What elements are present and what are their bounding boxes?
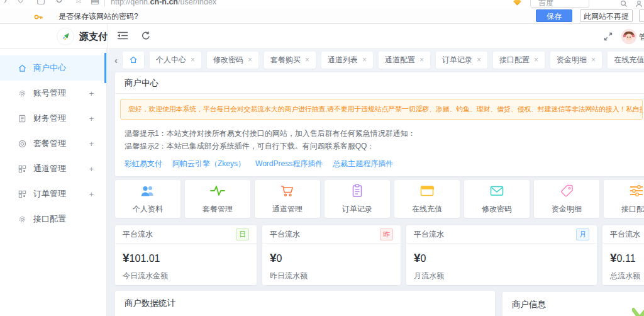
link-rainbow-epay[interactable]: 彩虹易支付 [125, 159, 162, 169]
quick-card-change-password[interactable]: 修改密码 [464, 180, 530, 218]
close-icon[interactable]: × [419, 56, 424, 64]
app-header: 源支付 管 [0, 24, 644, 49]
sidebar-item-label: 账号管理 [33, 87, 66, 99]
stat-label: 昨日流水额 [262, 265, 401, 281]
forward-icon[interactable]: › [4, 0, 7, 5]
quick-card-orders[interactable]: 订单记录 [325, 180, 390, 218]
quick-card-package[interactable]: 套餐管理 [185, 180, 250, 218]
save-password-button[interactable]: 保存 [536, 9, 572, 22]
browser-toolbar: › ○ ▢ ↺ ☆ ▤ http://qehh.ch-h.ch/user/ind… [0, 0, 644, 9]
quick-card-api-config[interactable]: 接口配置 [604, 180, 644, 218]
link-wordpress-plugin[interactable]: WordPress程序插件 [255, 159, 323, 169]
sidebar-item-order[interactable]: 订单管理 + [0, 181, 106, 206]
quick-card-label: 在线充值 [412, 204, 442, 215]
stat-card-yesterday: 平台流水 昨 ¥0 昨日流水额 [262, 225, 401, 285]
tabs-scroll-left-icon[interactable]: ‹ [114, 55, 118, 65]
close-icon[interactable]: × [305, 56, 309, 64]
sidebar-item-label: 套餐管理 [33, 138, 66, 149]
extension-diamond-icon[interactable] [513, 0, 521, 6]
tab-package-purchase[interactable]: 套餐购买× [264, 52, 316, 69]
quick-card-channel[interactable]: 通道管理 [255, 180, 320, 218]
sidebar-item-channel[interactable]: 通道管理 + [0, 156, 106, 181]
tag-icon [558, 184, 575, 200]
close-icon[interactable]: × [248, 56, 252, 64]
quick-card-recharge[interactable]: 在线充值 [394, 180, 460, 218]
clipped-button[interactable] [639, 9, 644, 22]
tab-order-record[interactable]: 订单记录× [436, 52, 487, 69]
tips-block: 温馨提示1：本站支持对接所有易支付接口的网站，加入售后群有任何紧急情况群通知： … [115, 120, 644, 152]
fullscreen-icon[interactable] [604, 32, 613, 43]
tab-label: 接口配置 [499, 55, 530, 65]
close-icon[interactable]: × [362, 56, 367, 64]
link-apayun-zkeys[interactable]: 阿帕云引擎（Zkeys） [172, 159, 245, 169]
avatar[interactable] [621, 29, 636, 44]
key-icon [34, 12, 43, 23]
sidebar-item-package[interactable]: 套餐管理 + [0, 131, 106, 156]
gear-icon [18, 89, 27, 98]
grid-icon [18, 189, 27, 199]
plugin-links: 彩虹易支付 阿帕云引擎（Zkeys） WordPress程序插件 总裁主题程序插… [115, 152, 644, 169]
merchant-center-panel: 商户中心 您好，欢迎使用本系统，平台每日会对交易流水大的商户进行抽查,请不要用于… [115, 72, 644, 176]
sidebar-item-account[interactable]: 账号管理 + [0, 81, 106, 106]
home-icon [18, 64, 27, 73]
expand-plus: + [89, 139, 106, 149]
status-badge: 月 [576, 229, 589, 240]
users-icon [140, 184, 156, 200]
tab-home[interactable] [123, 52, 144, 69]
panel-title: 商户中心 [115, 72, 644, 94]
tab-api-config[interactable]: 接口配置× [493, 52, 545, 69]
profile-icon[interactable] [635, 0, 643, 9]
app-title: 源支付 [79, 31, 108, 43]
logo-area[interactable]: 源支付 [0, 24, 108, 48]
stat-value: ¥0 [406, 244, 597, 265]
pulse-icon [209, 184, 226, 200]
close-icon[interactable]: × [477, 56, 481, 64]
tip-line: 温馨提示2：本站已集成部分系统插件，可自行下载。有问题联系客服QQ： [125, 140, 644, 152]
main-content: 商户中心 您好，欢迎使用本系统，平台每日会对交易流水大的商户进行抽查,请不要用于… [107, 71, 644, 316]
tab-change-password[interactable]: 修改密码× [207, 52, 258, 69]
close-icon[interactable]: × [191, 56, 195, 64]
tab-channel-list[interactable]: 通道列表× [321, 52, 373, 69]
stat-card-total: 平台流水 ¥0.11 总流水额 [602, 225, 644, 285]
stat-title: 平台流水 [414, 229, 444, 240]
close-icon[interactable]: × [534, 56, 538, 64]
menu-fold-icon[interactable] [117, 31, 128, 43]
quick-card-profile[interactable]: 个人资料 [115, 180, 180, 218]
stop-icon[interactable]: ▢ [36, 0, 45, 6]
merchant-info-panel: 商户信息 [502, 292, 644, 316]
sidebar-item-finance[interactable]: 财务管理 + [0, 106, 106, 131]
warning-alert: 您好，欢迎使用本系统，平台每日会对交易流水大的商户进行抽查,请不要用于违规站点严… [120, 99, 643, 120]
never-prompt-button[interactable]: 此网站不再提示 [580, 9, 633, 22]
sidebar-item-label: 通道管理 [33, 163, 66, 174]
tab-personal-center[interactable]: 个人中心× [150, 52, 201, 69]
link-ceo-theme-plugin[interactable]: 总裁主题程序插件 [333, 159, 393, 169]
username-label[interactable]: 管 [639, 32, 644, 43]
close-icon[interactable]: × [591, 56, 596, 64]
save-password-message: 是否保存该网站的密码? [58, 11, 138, 22]
sidebar-item-merchant-center[interactable]: 商户中心 [0, 55, 106, 81]
quick-card-label: 个人资料 [133, 204, 163, 215]
search-engine-label[interactable]: 百度 [538, 0, 553, 9]
rocket-icon [57, 28, 74, 45]
history-icon[interactable]: ↺ [55, 0, 64, 6]
expand-plus: + [89, 114, 106, 123]
tab-channel-config[interactable]: 通道配置× [379, 52, 430, 69]
quick-card-label: 通道管理 [272, 204, 303, 215]
search-icon[interactable] [620, 0, 628, 9]
stat-card-month: 平台流水 月 ¥0 月流水额 [406, 225, 597, 285]
panel-title: 商户信息 [502, 292, 644, 316]
tab-label: 通道配置 [385, 55, 415, 65]
tab-label: 套餐购买 [270, 55, 301, 65]
sidebar-item-api-config[interactable]: 接口配置 [0, 206, 106, 232]
page-icon[interactable]: ▤ [91, 0, 99, 6]
tab-online-recharge[interactable]: 在线充值× [608, 52, 644, 69]
tab-fund-detail[interactable]: 资金明细× [550, 52, 602, 69]
tab-label: 在线充值 [614, 55, 644, 65]
refresh-icon[interactable] [141, 31, 151, 43]
reload-circle-icon[interactable]: ○ [18, 0, 23, 5]
panel-title: 商户数据统计 [115, 291, 495, 315]
cart-icon [279, 184, 296, 200]
address-bar[interactable]: http://qehh.ch-h.ch/user/index [111, 0, 216, 6]
quick-card-fund-detail[interactable]: 资金明细 [534, 180, 599, 218]
bookmark-star-icon[interactable]: ☆ [74, 0, 82, 6]
